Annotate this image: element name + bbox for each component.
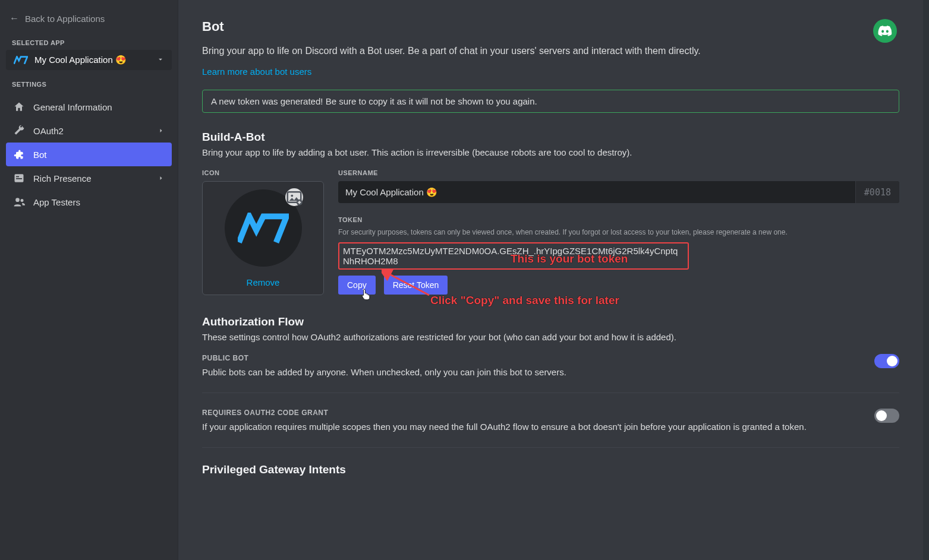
oauth-grant-toggle[interactable] bbox=[874, 409, 899, 423]
app-logo-icon bbox=[13, 55, 29, 65]
bot-icon-uploader[interactable]: Remove bbox=[202, 181, 324, 295]
wrench-icon bbox=[13, 125, 25, 137]
annotation-copy: Click "Copy" and save this for later bbox=[430, 294, 619, 307]
build-a-bot-title: Build-A-Bot bbox=[202, 131, 899, 144]
token-generated-alert: A new token was generated! Be sure to co… bbox=[202, 90, 899, 113]
upload-image-icon bbox=[285, 188, 303, 206]
public-bot-toggle[interactable] bbox=[874, 354, 899, 368]
main-content: Bot Bring your app to life on Discord wi… bbox=[178, 0, 923, 560]
cursor-pointer-icon bbox=[361, 289, 370, 302]
oauth-grant-description: If your application requires multiple sc… bbox=[202, 422, 862, 432]
discriminator: #0018 bbox=[855, 181, 899, 203]
scrollbar-track[interactable] bbox=[923, 0, 929, 560]
sidebar: ← Back to Applications SELECTED APP My C… bbox=[0, 0, 178, 560]
annotation-token: This is your bot token bbox=[511, 252, 628, 265]
separator bbox=[202, 447, 899, 448]
app-selector-name: My Cool Application 😍 bbox=[34, 55, 150, 65]
svg-point-5 bbox=[291, 194, 293, 197]
back-to-applications[interactable]: ← Back to Applications bbox=[6, 8, 172, 29]
authorization-flow-subtitle: These settings control how OAuth2 author… bbox=[202, 332, 899, 342]
arrow-left-icon: ← bbox=[10, 13, 19, 24]
token-hint: For security purposes, tokens can only b… bbox=[338, 228, 899, 236]
svg-rect-2 bbox=[16, 178, 22, 179]
nav-label: OAuth2 bbox=[33, 126, 149, 136]
token-field-label: TOKEN bbox=[338, 216, 899, 223]
app-selector[interactable]: My Cool Application 😍 bbox=[6, 50, 172, 70]
discord-icon bbox=[878, 26, 892, 36]
home-icon bbox=[13, 101, 25, 113]
icon-field-label: ICON bbox=[202, 169, 324, 176]
nav-label: Bot bbox=[33, 150, 165, 160]
nav-rich-presence[interactable]: Rich Presence bbox=[6, 166, 172, 190]
separator bbox=[202, 393, 899, 393]
svg-rect-1 bbox=[16, 176, 19, 178]
annotation-arrow-icon bbox=[382, 268, 435, 298]
chevron-right-icon bbox=[158, 173, 165, 183]
selected-app-heading: SELECTED APP bbox=[6, 29, 172, 50]
puzzle-icon bbox=[13, 148, 25, 160]
remove-icon-link[interactable]: Remove bbox=[247, 277, 280, 287]
page-subtitle: Bring your app to life on Discord with a… bbox=[202, 44, 899, 58]
back-label: Back to Applications bbox=[25, 14, 105, 24]
nav-bot[interactable]: Bot bbox=[6, 143, 172, 166]
discord-logo-chip[interactable] bbox=[873, 19, 897, 43]
oauth-grant-title: REQUIRES OAUTH2 CODE GRANT bbox=[202, 409, 862, 417]
learn-more-link[interactable]: Learn more about bot users bbox=[202, 67, 311, 77]
chevron-down-icon bbox=[156, 55, 165, 65]
nav-label: Rich Presence bbox=[33, 173, 149, 183]
username-input[interactable] bbox=[338, 181, 855, 203]
users-icon bbox=[13, 196, 25, 208]
nav-label: General Information bbox=[33, 102, 165, 112]
settings-heading: SETTINGS bbox=[6, 70, 172, 91]
settings-nav: General Information OAuth2 Bot Rich Pres… bbox=[6, 95, 172, 214]
username-field-label: USERNAME bbox=[338, 169, 899, 176]
svg-line-7 bbox=[388, 273, 429, 295]
privileged-intents-title: Privileged Gateway Intents bbox=[202, 463, 899, 476]
nav-general-information[interactable]: General Information bbox=[6, 95, 172, 119]
public-bot-title: PUBLIC BOT bbox=[202, 354, 862, 362]
card-icon bbox=[13, 172, 25, 184]
nav-label: App Testers bbox=[33, 197, 165, 207]
bot-avatar bbox=[225, 189, 302, 267]
build-a-bot-subtitle: Bring your app to life by adding a bot u… bbox=[202, 147, 899, 157]
svg-point-3 bbox=[15, 198, 20, 202]
nav-oauth2[interactable]: OAuth2 bbox=[6, 119, 172, 143]
public-bot-description: Public bots can be added by anyone. When… bbox=[202, 367, 862, 377]
nav-app-testers[interactable]: App Testers bbox=[6, 190, 172, 214]
chevron-right-icon bbox=[158, 126, 165, 136]
page-title: Bot bbox=[202, 19, 899, 34]
authorization-flow-title: Authorization Flow bbox=[202, 315, 899, 328]
username-field-wrap: #0018 bbox=[338, 181, 899, 203]
